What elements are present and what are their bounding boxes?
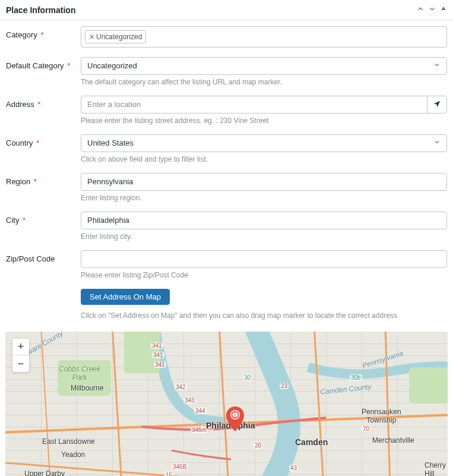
address-input[interactable] (81, 96, 427, 114)
row-default-category: Default Category * Uncategorized The def… (6, 57, 447, 93)
remove-tag-icon[interactable]: ✕ (89, 31, 94, 42)
zoom-in-button[interactable]: + (12, 339, 29, 355)
country-value: United States (87, 138, 134, 149)
region-input[interactable] (81, 173, 447, 191)
help-region: Enter listing region. (81, 194, 447, 202)
country-select[interactable]: United States (81, 134, 447, 152)
chevron-down-icon (433, 61, 441, 71)
label-category: Category * (6, 26, 81, 39)
default-category-value: Uncategorized (87, 61, 137, 71)
help-country: Click on above field and type to filter … (81, 155, 447, 163)
help-default-category: The default category can affect the list… (81, 78, 447, 86)
panel-move-down-icon[interactable] (428, 5, 436, 15)
category-tag-label: Uncategorized (96, 31, 142, 42)
city-input[interactable] (81, 212, 447, 229)
location-arrow-icon (433, 100, 441, 110)
panel-title: Place Information (6, 5, 75, 15)
help-address: Please enter the listing street address.… (81, 116, 447, 125)
row-zip: Zip/Post Code Please enter listing Zip/P… (6, 250, 447, 286)
help-set-address: Click on "Set Address on Map" and then y… (81, 311, 447, 320)
map-background: 341 341 341 342 343 344 345 345m 346B 34… (5, 332, 448, 476)
form-body: Category * ✕ Uncategorized Default Categ… (0, 20, 453, 332)
svg-marker-0 (441, 7, 446, 10)
row-address: Address * Please enter the listing stree… (6, 96, 447, 132)
zoom-control: + − (12, 339, 29, 372)
map[interactable]: 341 341 341 342 343 344 345 345m 346B 34… (5, 332, 448, 476)
row-set-address: Set Address On Map Click on "Set Address… (6, 289, 447, 323)
help-zip: Please enter listing Zip/Post Code (81, 271, 447, 279)
panel-controls (416, 5, 447, 15)
chevron-down-icon (433, 138, 441, 149)
panel-header: Place Information (0, 0, 453, 20)
label-zip: Zip/Post Code (6, 250, 81, 263)
locate-button[interactable] (427, 96, 447, 114)
row-country: Country * United States Click on above f… (6, 134, 447, 171)
label-address: Address * (6, 96, 81, 109)
category-tag[interactable]: ✕ Uncategorized (85, 30, 146, 43)
label-country: Country * (6, 134, 81, 147)
row-region: Region * Enter listing region. (6, 173, 447, 209)
label-city: City * (6, 212, 81, 225)
help-city: Enter listing city. (81, 232, 447, 241)
category-input[interactable]: ✕ Uncategorized (81, 26, 447, 48)
default-category-select[interactable]: Uncategorized (81, 57, 447, 75)
row-category: Category * ✕ Uncategorized (6, 26, 447, 55)
row-city: City * Enter listing city. (6, 212, 447, 248)
zoom-out-button[interactable]: − (12, 355, 29, 372)
set-address-button[interactable]: Set Address On Map (81, 289, 170, 305)
zip-input[interactable] (81, 250, 447, 268)
label-region: Region * (6, 173, 81, 186)
panel-collapse-icon[interactable] (440, 5, 447, 15)
panel-move-up-icon[interactable] (416, 5, 425, 15)
label-default-category: Default Category * (6, 57, 81, 70)
